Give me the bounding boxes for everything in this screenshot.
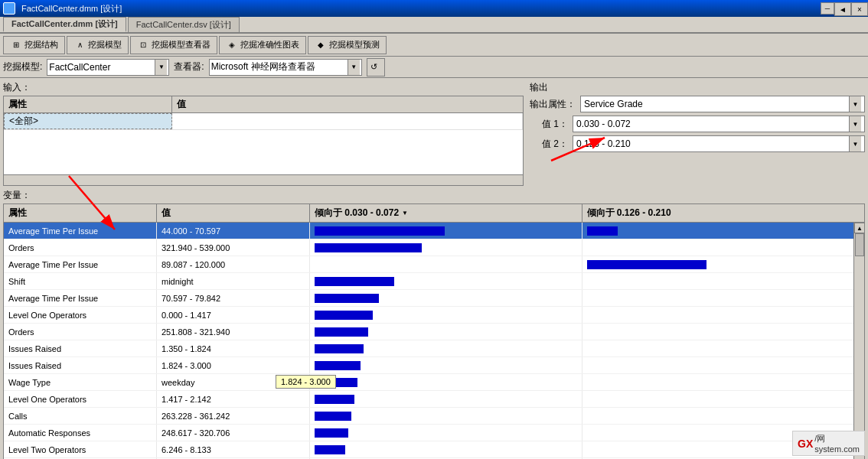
var-cell-val: 89.087 - 120.000: [157, 256, 310, 272]
var-cell-val: 44.000 - 70.597: [157, 223, 310, 239]
table-row[interactable]: Issues Raised 1.824 - 3.000: [4, 357, 864, 374]
model-combo[interactable]: FactCallCenter ▼: [47, 59, 169, 76]
title-text: FactCallCenter.dmm [设计]: [3, 2, 821, 15]
var-cell-bar2: [582, 374, 865, 390]
var-cell-attr: Calls: [4, 408, 157, 424]
var-cell-val: 1.824 - 3.000: [157, 357, 310, 373]
var-cell-bar2: [582, 239, 865, 256]
var-cell-bar1: [310, 357, 582, 373]
scroll-thumb[interactable]: [855, 233, 864, 256]
scroll-track[interactable]: [854, 233, 864, 459]
toolbar-viewer-btn[interactable]: ⊡ 挖掘模型查看器: [130, 36, 217, 54]
input-panel: 输入： 属性 值 <全部>: [3, 81, 524, 186]
input-scrollbar[interactable]: [3, 175, 524, 186]
scrollbar-track: [4, 177, 523, 184]
table-row[interactable]: Level One Operators 1.417 - 2.142: [4, 391, 864, 408]
toolbar-model-btn[interactable]: ∧ 挖掘模型: [67, 36, 129, 54]
float-button[interactable]: ◄: [834, 2, 851, 16]
var-cell-attr: Issues Raised: [4, 340, 157, 356]
var-cell-attr: Orders: [4, 324, 157, 340]
sort-arrow-icon: ▼: [402, 210, 408, 216]
table-row[interactable]: Issues Raised 1.350 - 1.824: [4, 340, 864, 357]
watermark: GX /网system.com: [792, 431, 865, 456]
output-val2-label: 值 2：: [530, 138, 568, 151]
var-cell-bar2: [582, 273, 865, 289]
var-cell-attr: Average Time Per Issue: [4, 256, 157, 272]
pin-button[interactable]: ×: [851, 2, 868, 16]
variables-body: Average Time Per Issue 44.000 - 70.597 O…: [4, 223, 864, 459]
minimize-button[interactable]: ─: [821, 2, 834, 15]
refresh-button[interactable]: ↺: [367, 58, 385, 76]
var-cell-attr: Average Time Per Issue: [4, 290, 157, 306]
table-row[interactable]: Orders 321.940 - 539.000: [4, 239, 864, 256]
sub-toolbar: 挖掘模型: FactCallCenter ▼ 查看器: Microsoft 神经…: [0, 57, 868, 78]
tab-bar: FactCallCenter.dmm [设计] FactCallCenter.d…: [0, 17, 868, 34]
var-cell-bar1: [310, 223, 582, 239]
table-row[interactable]: Orders 251.808 - 321.940: [4, 324, 864, 340]
variables-label: 变量：: [3, 189, 865, 202]
table-row[interactable]: Calls 263.228 - 361.242: [4, 408, 864, 425]
app-icon: [3, 2, 15, 15]
tooltip: 1.824 - 3.000: [276, 375, 336, 389]
table-row[interactable]: Wage Type weekday: [4, 374, 864, 391]
var-cell-bar1: [310, 340, 582, 356]
viewer-combo-arrow: ▼: [348, 60, 360, 75]
input-output-row: 输入： 属性 值 <全部> 输出 输出属性：: [3, 81, 865, 186]
watermark-subtext: /网system.com: [814, 433, 860, 454]
scroll-up-button[interactable]: ▲: [854, 223, 865, 233]
var-cell-bar1: [310, 374, 582, 390]
var-cell-attr: Average Time Per Issue: [4, 223, 157, 239]
var-cell-val: 70.597 - 79.842: [157, 290, 310, 306]
table-row[interactable]: Level Two Operators 6.246 - 8.133: [4, 441, 864, 458]
var-cell-attr: Orders: [4, 239, 157, 256]
table-row[interactable]: Level One Operators 0.000 - 1.417: [4, 307, 864, 324]
table-row[interactable]: Average Time Per Issue 89.087 - 120.000: [4, 256, 864, 273]
table-row[interactable]: Average Time Per Issue 70.597 - 79.842: [4, 290, 864, 307]
predict-icon: ◆: [315, 39, 327, 51]
var-cell-val: midnight: [157, 273, 310, 289]
input-col1-header: 属性: [4, 96, 172, 112]
input-table-row: <全部>: [4, 113, 523, 130]
window-top-right: ◄ ×: [834, 0, 868, 17]
output-attr-combo[interactable]: Service Grade ▼: [580, 96, 865, 112]
main-toolbar: ⊞ 挖掘结构 ∧ 挖掘模型 ⊡ 挖掘模型查看器 ◈ 挖掘准确性图表 ◆ 挖掘模型…: [0, 34, 868, 57]
var-cell-attr: Shift: [4, 273, 157, 289]
var-cell-val: 6.246 - 8.133: [157, 441, 310, 457]
var-cell-bar1: [310, 408, 582, 424]
vertical-scrollbar[interactable]: ▲ ▼: [853, 223, 864, 459]
toolbar-structure-btn[interactable]: ⊞ 挖掘结构: [3, 36, 65, 54]
variables-table: 属性 值 倾向于 0.030 - 0.072 ▼ 倾向于 0.126 - 0.2…: [3, 203, 865, 459]
viewer-icon: ⊡: [137, 39, 149, 51]
table-row[interactable]: Shift midnight: [4, 273, 864, 290]
var-cell-attr: Level One Operators: [4, 307, 157, 323]
variables-section: 变量： 属性 值 倾向于 0.030 - 0.072 ▼ 倾向于 0.126 -…: [3, 189, 865, 459]
var-cell-bar1: [310, 290, 582, 306]
var-cell-bar2: [582, 324, 865, 340]
var-col1-header: 属性: [4, 204, 157, 222]
viewer-combo[interactable]: Microsoft 神经网络查看器 ▼: [209, 59, 362, 76]
var-cell-bar2: [582, 357, 865, 373]
table-row[interactable]: Average Time Per Issue 44.000 - 70.597: [4, 223, 864, 239]
accuracy-icon: ◈: [226, 39, 238, 51]
model-icon: ∧: [73, 39, 86, 51]
tab-dsv[interactable]: FactCallCenter.dsv [设计]: [128, 17, 240, 32]
output-val1-combo[interactable]: 0.030 - 0.072 ▼: [573, 116, 865, 132]
title-bar: FactCallCenter.dmm [设计] ─ □ ×: [0, 0, 868, 17]
toolbar-accuracy-btn[interactable]: ◈ 挖掘准确性图表: [219, 36, 306, 54]
var-col3-header[interactable]: 倾向于 0.030 - 0.072 ▼: [310, 204, 582, 222]
var-cell-attr: Wage Type: [4, 374, 157, 390]
input-cell-val: [172, 113, 523, 129]
content-area: 输入： 属性 值 <全部> 输出 输出属性：: [0, 78, 868, 459]
var-cell-bar1: [310, 324, 582, 340]
var-cell-val: 263.228 - 361.242: [157, 408, 310, 424]
model-combo-arrow: ▼: [155, 60, 167, 75]
output-val2-combo[interactable]: 0.126 - 0.210 ▼: [573, 135, 865, 152]
var-cell-bar2: [582, 391, 865, 407]
tab-dmm[interactable]: FactCallCenter.dmm [设计]: [3, 17, 126, 32]
output-attr-row: 输出属性： Service Grade ▼: [530, 96, 865, 112]
var-cell-bar1: [310, 273, 582, 289]
input-cell-attr[interactable]: <全部>: [4, 113, 172, 129]
table-row[interactable]: Automatic Responses 248.617 - 320.706: [4, 425, 864, 441]
toolbar-predict-btn[interactable]: ◆ 挖掘模型预测: [308, 36, 387, 54]
var-cell-val: 1.417 - 2.142: [157, 391, 310, 407]
